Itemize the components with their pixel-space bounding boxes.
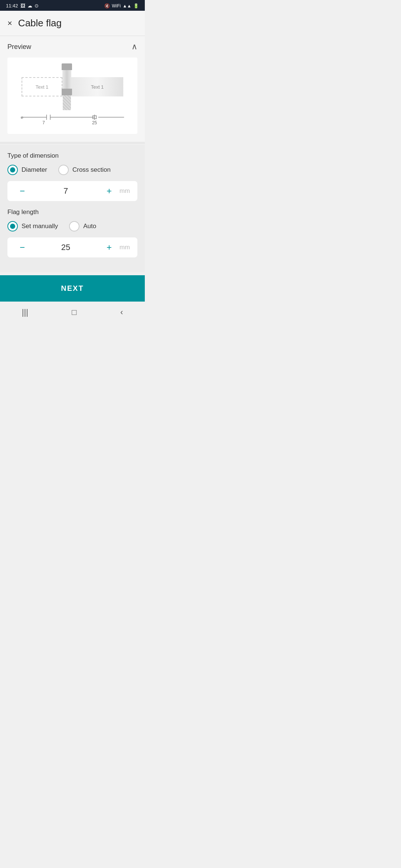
preview-label: Preview [7,43,31,51]
back-nav-button[interactable]: ‹ [120,308,123,317]
diameter-option[interactable]: Diameter [7,165,47,175]
flag-length-plus-button[interactable]: + [102,243,117,252]
dimension-plus-button[interactable]: + [102,187,117,195]
set-manually-radio-dot [10,224,15,229]
svg-text:25: 25 [92,120,97,125]
set-manually-radio-label: Set manually [22,223,58,230]
set-manually-option[interactable]: Set manually [7,221,58,231]
clip-bottom [62,89,72,95]
flag-length-value: 25 [30,243,102,252]
flag-length-radio-group: Set manually Auto [7,221,137,231]
preview-header: Preview ∧ [7,42,137,52]
header: × Cable flag [0,11,145,36]
dimension-minus-button[interactable]: − [15,187,30,195]
flag-length-minus-button[interactable]: − [15,243,30,252]
cross-section-radio-label: Cross section [72,166,111,174]
diameter-radio-circle[interactable] [7,165,18,175]
set-manually-radio-circle[interactable] [7,221,18,231]
alarm-icon: ⊙ [35,3,39,9]
cable-wire [63,95,71,110]
status-time: 11:42 [6,3,18,9]
diameter-radio-label: Diameter [22,166,47,174]
status-left: 11:42 🖼 ☁ ⊙ [6,3,39,9]
flag-length-stepper: − 25 + mm [7,237,137,257]
clip-body [62,70,71,89]
dimension-value: 7 [30,186,102,196]
dimension-indicators: ⌀ 7 25 [13,113,131,128]
settings-section: Type of dimension Diameter Cross section… [0,145,145,272]
collapse-preview-button[interactable]: ∧ [131,42,137,52]
auto-radio-circle[interactable] [69,221,79,231]
image-icon: 🖼 [20,3,25,9]
status-bar: 11:42 🖼 ☁ ⊙ 🔇 WiFi ▲▲ 🔋 [0,0,145,11]
preview-section: Preview ∧ Text 1 Text 1 [0,36,145,141]
flag-right-label: Text 1 [71,77,123,96]
close-button[interactable]: × [7,19,12,28]
dimension-stepper: − 7 + mm [7,181,137,201]
cable-clip [62,63,72,110]
home-nav-button[interactable]: □ [72,308,76,317]
flag-length-unit: mm [117,244,130,251]
wifi-icon: WiFi [112,3,121,9]
mute-icon: 🔇 [104,3,110,9]
flag-left-label: Text 1 [22,77,62,96]
auto-option[interactable]: Auto [69,221,96,231]
diameter-radio-dot [10,167,15,172]
cross-section-option[interactable]: Cross section [58,165,111,175]
bottom-nav: ||| □ ‹ [0,302,145,325]
battery-icon: 🔋 [133,3,139,9]
preview-graphic: Text 1 Text 1 ⌀ [7,57,137,134]
flag-length-section-label: Flag length [7,208,137,216]
cross-section-radio-circle[interactable] [58,165,69,175]
section-divider [0,143,145,143]
signal-icon: ▲▲ [123,3,131,9]
dimension-unit: mm [117,187,130,195]
dimension-svg: ⌀ 7 25 [13,113,131,126]
clip-top [62,63,72,70]
auto-radio-label: Auto [83,223,96,230]
next-button[interactable]: NEXT [0,275,145,302]
dimension-section-label: Type of dimension [7,152,137,160]
svg-text:⌀: ⌀ [21,115,23,119]
dimension-radio-group: Diameter Cross section [7,165,137,175]
status-right: 🔇 WiFi ▲▲ 🔋 [104,3,139,9]
svg-text:7: 7 [42,120,45,125]
page-title: Cable flag [18,17,62,29]
cable-diagram: Text 1 Text 1 [13,63,131,110]
cloud-icon: ☁ [27,3,32,9]
menu-nav-button[interactable]: ||| [22,308,28,317]
